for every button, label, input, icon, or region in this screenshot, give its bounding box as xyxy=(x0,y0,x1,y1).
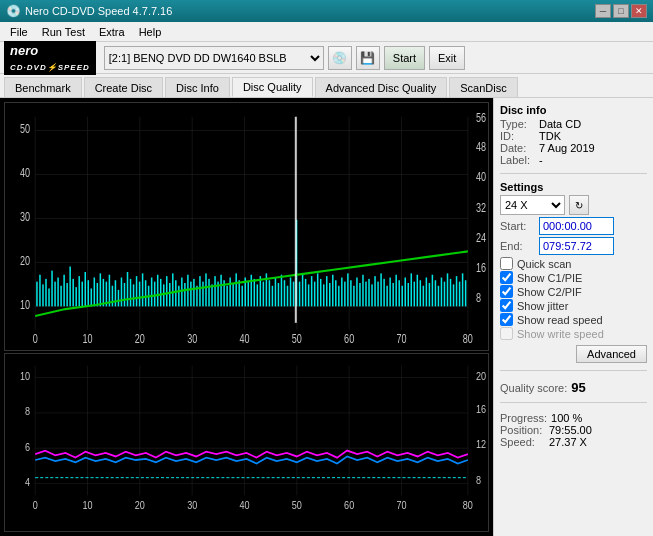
svg-rect-167 xyxy=(432,275,434,307)
svg-text:32: 32 xyxy=(476,200,486,214)
svg-rect-149 xyxy=(377,282,379,307)
svg-rect-157 xyxy=(401,286,403,307)
svg-text:20: 20 xyxy=(135,500,146,512)
svg-rect-101 xyxy=(232,283,234,306)
svg-rect-93 xyxy=(208,279,210,306)
refresh-button[interactable]: ↻ xyxy=(569,195,589,215)
svg-rect-77 xyxy=(160,279,162,306)
start-input[interactable] xyxy=(539,217,614,235)
svg-rect-49 xyxy=(75,287,77,306)
menu-runtest[interactable]: Run Test xyxy=(36,24,91,40)
tab-advanced-disc-quality[interactable]: Advanced Disc Quality xyxy=(315,77,448,97)
disc-type-value: Data CD xyxy=(539,118,581,130)
show-c2-checkbox[interactable] xyxy=(500,285,513,298)
disc-icon-button[interactable]: 💿 xyxy=(328,46,352,70)
svg-text:30: 30 xyxy=(187,500,198,512)
svg-rect-61 xyxy=(112,286,114,307)
svg-rect-131 xyxy=(323,284,325,306)
tabs-bar: Benchmark Create Disc Disc Info Disc Qua… xyxy=(0,74,653,98)
svg-rect-136 xyxy=(338,286,340,307)
svg-rect-90 xyxy=(199,276,201,306)
tab-disc-quality[interactable]: Disc Quality xyxy=(232,77,313,97)
tab-benchmark[interactable]: Benchmark xyxy=(4,77,82,97)
svg-rect-63 xyxy=(118,290,120,306)
svg-rect-142 xyxy=(356,278,358,307)
tab-disc-info[interactable]: Disc Info xyxy=(165,77,230,97)
show-write-row: Show write speed xyxy=(500,327,647,340)
speed-select[interactable]: 24 X Max 4 X 8 X 16 X 32 X 40 X 48 X xyxy=(500,195,565,215)
disc-id-label: ID: xyxy=(500,130,535,142)
svg-rect-37 xyxy=(39,275,41,307)
show-read-checkbox[interactable] xyxy=(500,313,513,326)
upper-chart-svg: 50 40 30 20 10 56 48 40 32 24 16 8 0 10 … xyxy=(5,103,488,350)
show-jitter-label: Show jitter xyxy=(517,300,568,312)
svg-rect-159 xyxy=(408,283,410,306)
show-jitter-checkbox[interactable] xyxy=(500,299,513,312)
close-button[interactable]: ✕ xyxy=(631,4,647,18)
svg-rect-80 xyxy=(169,283,171,306)
svg-rect-172 xyxy=(447,273,449,306)
svg-rect-50 xyxy=(78,276,80,306)
svg-rect-150 xyxy=(380,273,382,306)
svg-rect-127 xyxy=(311,276,313,306)
svg-rect-163 xyxy=(420,280,422,306)
svg-rect-118 xyxy=(284,280,286,306)
svg-rect-87 xyxy=(190,282,192,307)
svg-rect-162 xyxy=(417,275,419,307)
disc-info-title: Disc info xyxy=(500,104,647,116)
progress-row: Progress: 100 % xyxy=(500,412,647,424)
app-title: Nero CD-DVD Speed 4.7.7.16 xyxy=(25,5,172,17)
disc-date-row: Date: 7 Aug 2019 xyxy=(500,142,647,154)
svg-rect-113 xyxy=(269,280,271,306)
svg-rect-173 xyxy=(450,279,452,306)
svg-rect-116 xyxy=(278,283,280,306)
tab-scandisc[interactable]: ScanDisc xyxy=(449,77,517,97)
minimize-button[interactable]: ─ xyxy=(595,4,611,18)
show-c1-checkbox[interactable] xyxy=(500,271,513,284)
svg-rect-130 xyxy=(320,279,322,306)
svg-rect-70 xyxy=(139,282,141,307)
maximize-button[interactable]: □ xyxy=(613,4,629,18)
menu-file[interactable]: File xyxy=(4,24,34,40)
title-bar-left: 💿 Nero CD-DVD Speed 4.7.7.16 xyxy=(6,4,172,18)
tab-create-disc[interactable]: Create Disc xyxy=(84,77,163,97)
save-button[interactable]: 💾 xyxy=(356,46,380,70)
svg-rect-81 xyxy=(172,273,174,306)
speed-row-prog: Speed: 27.37 X xyxy=(500,436,647,448)
title-bar-controls: ─ □ ✕ xyxy=(595,4,647,18)
advanced-button[interactable]: Advanced xyxy=(576,345,647,363)
svg-rect-155 xyxy=(395,275,397,307)
svg-rect-158 xyxy=(404,278,406,307)
svg-rect-135 xyxy=(335,280,337,306)
svg-rect-72 xyxy=(145,280,147,306)
start-row: Start: xyxy=(500,217,647,235)
svg-rect-55 xyxy=(94,278,96,307)
svg-rect-95 xyxy=(214,276,216,306)
quick-scan-label: Quick scan xyxy=(517,258,571,270)
svg-rect-123 xyxy=(299,282,301,307)
svg-text:40: 40 xyxy=(239,332,249,346)
svg-rect-46 xyxy=(66,283,68,306)
svg-text:12: 12 xyxy=(476,439,486,451)
svg-rect-178 xyxy=(465,280,467,306)
svg-text:10: 10 xyxy=(82,500,93,512)
disc-id-row: ID: TDK xyxy=(500,130,647,142)
svg-rect-119 xyxy=(287,286,289,307)
svg-rect-146 xyxy=(368,279,370,306)
svg-rect-71 xyxy=(142,273,144,306)
menu-help[interactable]: Help xyxy=(133,24,168,40)
exit-button[interactable]: Exit xyxy=(429,46,465,70)
svg-rect-121 xyxy=(293,282,295,307)
disc-id-value: TDK xyxy=(539,130,561,142)
end-row: End: xyxy=(500,237,647,255)
svg-rect-176 xyxy=(459,282,461,307)
svg-rect-84 xyxy=(181,278,183,307)
start-button[interactable]: Start xyxy=(384,46,425,70)
svg-rect-79 xyxy=(166,276,168,306)
svg-rect-108 xyxy=(254,279,256,306)
menu-extra[interactable]: Extra xyxy=(93,24,131,40)
end-input[interactable] xyxy=(539,237,614,255)
progress-value: 100 % xyxy=(551,412,582,424)
drive-selector[interactable]: [2:1] BENQ DVD DD DW1640 BSLB xyxy=(104,46,324,70)
quick-scan-checkbox[interactable] xyxy=(500,257,513,270)
